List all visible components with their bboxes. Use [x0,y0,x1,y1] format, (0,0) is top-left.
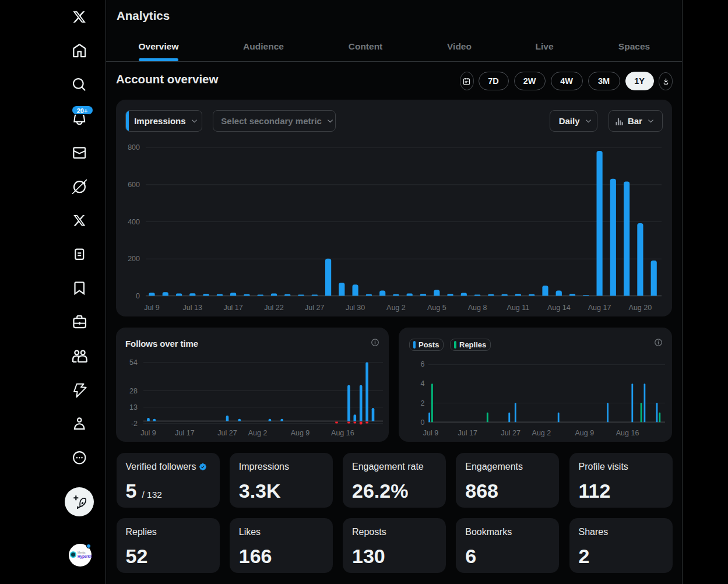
svg-text:Jul 17: Jul 17 [458,429,477,437]
svg-text:Aug 9: Aug 9 [291,429,310,437]
svg-text:Aug 9: Aug 9 [575,429,594,437]
svg-text:54: 54 [129,358,138,367]
svg-text:Jul 22: Jul 22 [264,304,283,312]
svg-text:200: 200 [128,255,140,263]
svg-text:800: 800 [128,143,140,152]
svg-text:0: 0 [421,418,425,427]
svg-text:Aug 14: Aug 14 [547,304,571,312]
svg-text:0: 0 [136,292,140,300]
svg-text:2: 2 [421,399,425,407]
svg-text:Aug 16: Aug 16 [616,429,639,437]
svg-text:Aug 11: Aug 11 [507,304,530,312]
svg-text:Jul 27: Jul 27 [217,429,237,437]
svg-text:Aug 5: Aug 5 [427,304,446,312]
svg-text:Jul 9: Jul 9 [423,429,438,437]
svg-text:Aug 2: Aug 2 [248,429,268,437]
svg-text:Aug 20: Aug 20 [629,304,652,312]
svg-text:Jul 27: Jul 27 [501,429,520,437]
svg-text:Jul 9: Jul 9 [140,429,156,437]
svg-text:400: 400 [128,218,140,226]
svg-text:-2: -2 [131,420,138,428]
svg-text:600: 600 [128,181,140,189]
svg-text:Aug 2: Aug 2 [532,429,551,437]
svg-text:Jul 17: Jul 17 [223,304,242,312]
svg-text:Aug 2: Aug 2 [386,304,406,312]
svg-text:Jul 13: Jul 13 [183,304,202,312]
svg-text:Jul 9: Jul 9 [144,304,159,312]
svg-text:Aug 17: Aug 17 [588,304,611,312]
svg-text:Jul 30: Jul 30 [346,304,365,312]
svg-text:Jul 17: Jul 17 [175,429,194,437]
svg-text:13: 13 [129,403,138,411]
svg-text:6: 6 [421,360,425,368]
svg-text:Aug 8: Aug 8 [468,304,487,312]
svg-text:Aug 16: Aug 16 [331,429,354,437]
svg-text:4: 4 [421,379,425,388]
svg-text:Jul 27: Jul 27 [305,304,324,312]
svg-text:28: 28 [129,387,138,395]
